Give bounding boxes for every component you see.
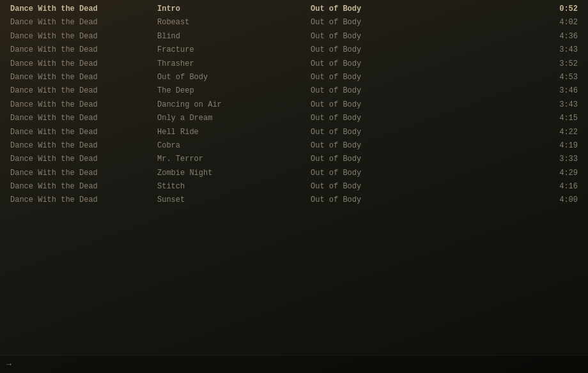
track-artist: Dance With the Dead [10, 17, 157, 28]
track-artist: Dance With the Dead [10, 141, 157, 151]
header-title: Intro [157, 4, 311, 15]
track-album: Out of Body [311, 195, 451, 206]
track-artist: Dance With the Dead [10, 72, 157, 83]
track-duration: 3:33 [451, 154, 578, 165]
track-album: Out of Body [311, 86, 451, 96]
track-duration: 4:00 [451, 195, 578, 206]
track-album: Out of Body [311, 127, 451, 138]
track-album: Out of Body [311, 59, 451, 70]
track-album: Out of Body [311, 113, 451, 124]
track-title: Out of Body [157, 72, 311, 83]
track-title: Thrasher [157, 59, 311, 70]
track-title: Mr. Terror [157, 154, 311, 165]
table-row[interactable]: Dance With the DeadOnly a DreamOut of Bo… [0, 112, 588, 125]
track-artist: Dance With the Dead [10, 45, 157, 56]
table-row[interactable]: Dance With the DeadMr. TerrorOut of Body… [0, 153, 588, 166]
track-list-header: Dance With the Dead Intro Out of Body 0:… [0, 3, 588, 16]
track-artist: Dance With the Dead [10, 59, 157, 70]
track-title: The Deep [157, 86, 311, 96]
track-title: Robeast [157, 17, 311, 28]
track-album: Out of Body [311, 141, 451, 151]
table-row[interactable]: Dance With the DeadDancing on AirOut of … [0, 98, 588, 112]
track-duration: 3:43 [451, 100, 578, 110]
track-artist: Dance With the Dead [10, 181, 157, 192]
table-row[interactable]: Dance With the DeadHell RideOut of Body4… [0, 126, 588, 139]
track-title: Sunset [157, 195, 311, 206]
table-row[interactable]: Dance With the DeadRobeastOut of Body4:0… [0, 16, 588, 29]
track-album: Out of Body [311, 100, 451, 110]
table-row[interactable]: Dance With the DeadBlindOut of Body4:36 [0, 30, 588, 43]
table-row[interactable]: Dance With the DeadFractureOut of Body3:… [0, 43, 588, 57]
track-artist: Dance With the Dead [10, 31, 157, 42]
track-album: Out of Body [311, 72, 451, 83]
track-title: Only a Dream [157, 113, 311, 124]
track-album: Out of Body [311, 45, 451, 56]
table-row[interactable]: Dance With the DeadStitchOut of Body4:16 [0, 180, 588, 194]
track-artist: Dance With the Dead [10, 168, 157, 179]
header-artist: Dance With the Dead [10, 4, 157, 15]
track-artist: Dance With the Dead [10, 113, 157, 124]
arrow-icon: → [6, 360, 12, 369]
track-title: Blind [157, 31, 311, 42]
table-row[interactable]: Dance With the DeadThe DeepOut of Body3:… [0, 84, 588, 98]
bottom-bar: → [0, 355, 588, 373]
table-row[interactable]: Dance With the DeadZombie NightOut of Bo… [0, 167, 588, 180]
track-album: Out of Body [311, 168, 451, 179]
track-duration: 4:16 [451, 181, 578, 192]
header-duration: 0:52 [451, 4, 578, 15]
track-duration: 4:15 [451, 113, 578, 124]
track-duration: 4:53 [451, 72, 578, 83]
table-row[interactable]: Dance With the DeadSunsetOut of Body4:00 [0, 194, 588, 207]
track-artist: Dance With the Dead [10, 127, 157, 138]
track-artist: Dance With the Dead [10, 195, 157, 206]
track-duration: 4:19 [451, 141, 578, 151]
track-duration: 3:46 [451, 86, 578, 96]
header-album: Out of Body [311, 4, 451, 15]
track-title: Zombie Night [157, 168, 311, 179]
table-row[interactable]: Dance With the DeadOut of BodyOut of Bod… [0, 71, 588, 84]
table-row[interactable]: Dance With the DeadThrasherOut of Body3:… [0, 57, 588, 71]
track-duration: 4:22 [451, 127, 578, 138]
track-duration: 4:02 [451, 17, 578, 28]
track-title: Dancing on Air [157, 100, 311, 110]
track-artist: Dance With the Dead [10, 154, 157, 165]
track-album: Out of Body [311, 31, 451, 42]
track-album: Out of Body [311, 154, 451, 165]
track-artist: Dance With the Dead [10, 100, 157, 110]
track-album: Out of Body [311, 181, 451, 192]
track-title: Hell Ride [157, 127, 311, 138]
track-title: Fracture [157, 45, 311, 56]
track-duration: 4:36 [451, 31, 578, 42]
track-duration: 3:43 [451, 45, 578, 56]
track-album: Out of Body [311, 17, 451, 28]
track-duration: 3:52 [451, 59, 578, 70]
table-row[interactable]: Dance With the DeadCobraOut of Body4:19 [0, 139, 588, 153]
track-title: Cobra [157, 141, 311, 151]
track-duration: 4:29 [451, 168, 578, 179]
track-title: Stitch [157, 181, 311, 192]
track-artist: Dance With the Dead [10, 86, 157, 96]
track-list: Dance With the Dead Intro Out of Body 0:… [0, 0, 588, 210]
